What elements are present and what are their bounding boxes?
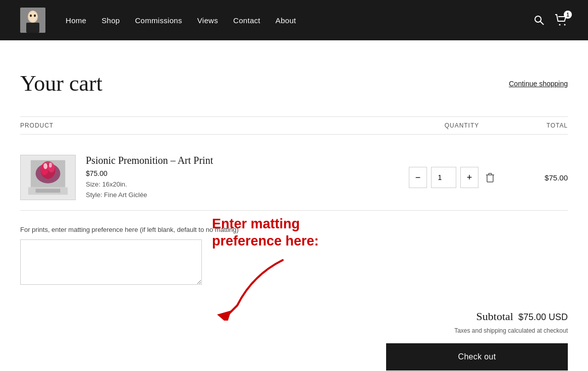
svg-line-7 xyxy=(541,22,544,25)
matting-section: For prints, enter matting preference her… xyxy=(20,211,568,295)
svg-rect-2 xyxy=(26,23,39,33)
col-header-quantity: QUANTITY xyxy=(416,122,507,129)
svg-point-8 xyxy=(559,24,561,26)
svg-rect-19 xyxy=(36,189,61,193)
trash-icon xyxy=(486,172,495,182)
search-icon xyxy=(533,15,545,26)
svg-point-17 xyxy=(49,163,52,168)
svg-point-4 xyxy=(30,15,32,17)
cart-header: Your cart Continue shopping xyxy=(20,71,568,96)
product-name: Psionic Premonition – Art Print xyxy=(86,155,213,166)
matting-textarea[interactable] xyxy=(20,239,202,285)
quantity-input[interactable] xyxy=(431,167,456,188)
logo-image xyxy=(20,8,45,33)
cart-button[interactable]: 1 xyxy=(555,14,568,27)
quantity-increase-button[interactable]: + xyxy=(460,167,478,188)
subtotal-section: Subtotal $75.00 USD Taxes and shipping c… xyxy=(20,295,568,371)
header-left: Home Shop Commissions Views Contact Abou… xyxy=(20,8,296,33)
cart-item-row: Psionic Premonition – Art Print $75.00 S… xyxy=(20,145,568,211)
site-header: Home Shop Commissions Views Contact Abou… xyxy=(0,0,588,40)
nav-about[interactable]: About xyxy=(276,16,296,25)
nav-shop[interactable]: Shop xyxy=(101,16,120,25)
svg-point-6 xyxy=(535,16,541,22)
continue-shopping-link[interactable]: Continue shopping xyxy=(509,80,568,88)
product-info: Psionic Premonition – Art Print $75.00 S… xyxy=(86,155,213,199)
search-button[interactable] xyxy=(533,15,545,26)
checkout-button[interactable]: Check out xyxy=(386,343,568,370)
logo[interactable] xyxy=(20,8,45,33)
cart-count: 1 xyxy=(564,11,572,19)
matting-form: For prints, enter matting preference her… xyxy=(20,211,568,295)
product-price: $75.00 xyxy=(86,169,213,177)
delete-item-button[interactable] xyxy=(486,172,495,182)
product-image xyxy=(20,155,76,200)
product-size: Size: 16x20in. xyxy=(86,180,213,188)
svg-point-3 xyxy=(29,12,37,22)
quantity-decrease-button[interactable]: − xyxy=(409,167,427,188)
table-header: PRODUCT QUANTITY TOTAL xyxy=(20,116,568,135)
subtotal-row: Subtotal $75.00 USD xyxy=(476,310,568,323)
page-title: Your cart xyxy=(20,71,102,96)
main-content: Your cart Continue shopping PRODUCT QUAN… xyxy=(0,40,588,371)
matting-instruction: For prints, enter matting preference her… xyxy=(20,226,568,233)
subtotal-value: $75.00 USD xyxy=(518,312,568,323)
svg-point-9 xyxy=(564,24,566,26)
nav-commissions[interactable]: Commissions xyxy=(135,16,182,25)
nav-contact[interactable]: Contact xyxy=(233,16,260,25)
nav-home[interactable]: Home xyxy=(66,16,86,25)
svg-point-16 xyxy=(43,163,47,169)
quantity-col: − + xyxy=(406,167,497,188)
product-style: Style: Fine Art Giclée xyxy=(86,191,213,199)
main-nav: Home Shop Commissions Views Contact Abou… xyxy=(66,16,296,25)
subtotal-label: Subtotal xyxy=(476,310,513,323)
nav-views[interactable]: Views xyxy=(197,16,218,25)
col-header-product: PRODUCT xyxy=(20,122,416,129)
product-col: Psionic Premonition – Art Print $75.00 S… xyxy=(20,155,396,200)
tax-note: Taxes and shipping calculated at checkou… xyxy=(454,327,568,334)
svg-point-5 xyxy=(34,15,36,17)
col-header-total: TOTAL xyxy=(507,122,568,129)
cart-badge-wrap: 1 xyxy=(555,14,568,27)
item-total: $75.00 xyxy=(507,173,568,182)
header-right: 1 xyxy=(533,14,568,27)
